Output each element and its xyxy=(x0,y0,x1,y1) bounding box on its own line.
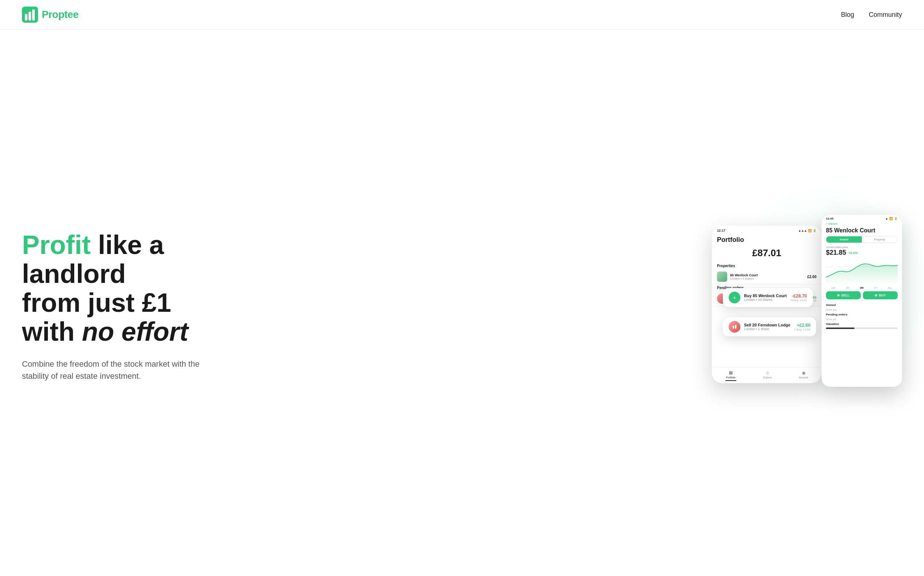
chart-svg xyxy=(826,259,898,284)
tx-sell-name: Sell 20 Ferndown Lodge xyxy=(744,323,790,327)
headline-line3-normal: with xyxy=(22,317,82,346)
filter-3m[interactable]: 3M xyxy=(860,286,863,289)
nav-account[interactable]: ◉ Account xyxy=(799,370,808,381)
back-nav[interactable]: < Market xyxy=(822,221,902,226)
svg-rect-1 xyxy=(25,14,27,21)
tx-sell-sub: London • 1 share xyxy=(744,327,790,331)
transaction-card-buy: + Buy 85 Wenlock Court London • 10 share… xyxy=(723,288,813,307)
filter-1w[interactable]: 1W xyxy=(831,286,835,289)
portfolio-title: Portfolio xyxy=(712,234,822,245)
property-sub: London • 4 shares xyxy=(730,277,804,280)
phone-status-bar-front: 12:45 ▲ 📶 🔋 xyxy=(822,215,902,221)
price-change: +2.1% xyxy=(848,251,858,255)
hero-section: Profit like a landlord from just £1 with… xyxy=(0,30,924,576)
time-filters: 1W 1M 3M 1Y ALL xyxy=(822,286,902,291)
header: Proptee Blog Community xyxy=(0,0,924,30)
hero-subtext: Combine the freedom of the stock market … xyxy=(22,358,212,382)
sell-button[interactable]: ⊕ SELL xyxy=(826,291,861,299)
logo-text: Proptee xyxy=(42,9,79,21)
tx-buy-date: Today, 14:01 xyxy=(790,299,807,302)
back-label: < Market xyxy=(826,222,837,226)
phone-status-bar-back: 12:17 ▲▲▲ 📶 🔋 xyxy=(712,226,822,234)
svg-rect-6 xyxy=(735,325,736,329)
tx-buy-info: Buy 85 Wenlock Court London • 10 shares xyxy=(744,293,787,302)
valuation-bar-fill xyxy=(826,328,854,329)
headline-line2: from just £1 xyxy=(22,288,171,317)
price-label: Current share price xyxy=(822,246,902,249)
filter-1m[interactable]: 1M xyxy=(846,286,849,289)
valuation-section: Valuation xyxy=(822,321,902,327)
hero-headline: Profit like a landlord from just £1 with… xyxy=(22,230,249,347)
tx-buy-right: -£28.70 Today, 14:01 xyxy=(790,293,807,302)
phone-bottom-nav: ⊞ Portfolio ⊹ Explore ◉ Account xyxy=(712,367,822,383)
owned-value: None yet. xyxy=(822,308,902,312)
phone-property-detail: 12:45 ▲ 📶 🔋 < Market 85 Wenlock Court In… xyxy=(822,215,902,387)
nav-portfolio[interactable]: ⊞ Portfolio xyxy=(725,370,736,381)
buy-icon: ⊕ xyxy=(875,293,878,297)
property-info: 85 Wenlock Court London • 4 shares xyxy=(730,274,804,280)
filter-all[interactable]: ALL xyxy=(888,286,892,289)
status-time-back: 12:17 xyxy=(717,229,725,232)
svg-rect-2 xyxy=(29,12,31,21)
tab-property[interactable]: Property xyxy=(862,237,897,243)
tx-buy-amount: -£28.70 xyxy=(790,293,807,299)
properties-label: Properties xyxy=(712,262,822,269)
portfolio-amount: £87.01 xyxy=(712,245,822,262)
invest-tabs: Invest Property xyxy=(826,236,898,243)
headline-accent: Profit xyxy=(22,230,91,259)
sell-icon: ⊕ xyxy=(837,293,840,297)
buy-button[interactable]: ⊕ BUY xyxy=(863,291,898,299)
action-buttons: ⊕ SELL ⊕ BUY xyxy=(822,291,902,302)
pending-orders-value: None yet. xyxy=(822,317,902,321)
valuation-bar xyxy=(826,328,898,329)
svg-rect-5 xyxy=(732,326,734,329)
nav-blog[interactable]: Blog xyxy=(841,11,854,19)
property-price: £2.00 xyxy=(808,275,817,279)
tx-buy-sub: London • 10 shares xyxy=(744,298,787,302)
property-name: 85 Wenlock Court xyxy=(730,274,804,277)
logo-area: Proptee xyxy=(22,6,79,23)
hero-right: 12:17 ▲▲▲ 📶 🔋 Portfolio £87.01 Propertie… xyxy=(249,215,902,398)
main-nav: Blog Community xyxy=(841,11,902,19)
status-time-front: 12:45 xyxy=(826,217,833,220)
tx-sell-right: +£2.60 1 Aug, 11:59 xyxy=(794,323,811,331)
tx-sell-icon xyxy=(729,321,740,333)
price-main: $21.85 xyxy=(826,249,846,256)
tx-buy-name: Buy 85 Wenlock Court xyxy=(744,293,787,298)
property-item: 85 Wenlock Court London • 4 shares £2.00 xyxy=(712,269,822,284)
tx-buy-icon: + xyxy=(729,292,740,303)
nav-explore[interactable]: ⊹ Explore xyxy=(763,370,772,381)
svg-rect-3 xyxy=(32,10,35,21)
nav-community[interactable]: Community xyxy=(869,11,902,19)
tx-sell-info: Sell 20 Ferndown Lodge London • 1 share xyxy=(744,323,790,331)
headline-line3-italic: no effort xyxy=(82,317,188,346)
status-right-back: ▲▲▲ 📶 🔋 xyxy=(798,229,817,232)
price-chart xyxy=(826,259,898,284)
owned-section: Owned xyxy=(822,302,902,308)
transaction-card-sell: Sell 20 Ferndown Lodge London • 1 share … xyxy=(723,317,816,336)
tab-invest[interactable]: Invest xyxy=(826,237,862,243)
filter-1y[interactable]: 1Y xyxy=(874,286,877,289)
property-detail-title: 85 Wenlock Court xyxy=(822,226,902,236)
phone-wrapper: 12:17 ▲▲▲ 📶 🔋 Portfolio £87.01 Propertie… xyxy=(712,215,902,398)
logo-icon xyxy=(22,6,38,23)
price-row: $21.85 +2.1% xyxy=(822,249,902,259)
tx-sell-amount: +£2.60 xyxy=(794,323,811,328)
pending-orders-section: Pending orders xyxy=(822,312,902,317)
tx-sell-date: 1 Aug, 11:59 xyxy=(794,328,811,331)
property-thumb xyxy=(717,272,727,282)
hero-left: Profit like a landlord from just £1 with… xyxy=(22,230,249,382)
